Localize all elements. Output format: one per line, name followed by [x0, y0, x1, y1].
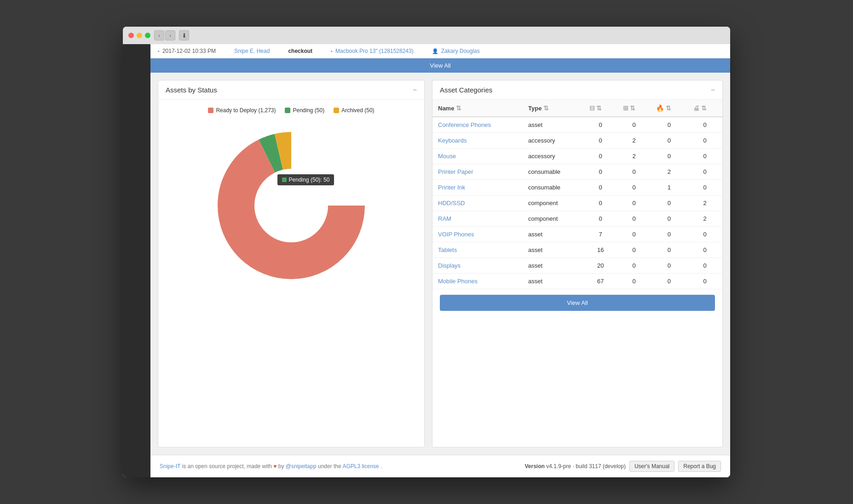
minimize-button[interactable] [137, 33, 142, 38]
tooltip-text: Pending (50): 50 [289, 177, 330, 183]
assignee-link[interactable]: Zakary Douglas [441, 48, 480, 54]
cell-c1: 0 [584, 117, 617, 133]
cell-c4: 0 [687, 274, 722, 289]
table-row: Displays asset 20 0 0 0 [432, 258, 722, 274]
cell-c4: 0 [687, 164, 722, 180]
cell-c2: 0 [617, 195, 651, 211]
download-button[interactable]: ⬇ [179, 30, 189, 40]
cell-c4: 0 [687, 149, 722, 164]
sort-icon-consumables[interactable]: ⇅ [666, 104, 671, 112]
brand-link[interactable]: Snipe-IT [160, 463, 180, 470]
back-button[interactable]: ‹ [154, 30, 164, 40]
cell-name: Printer Paper [432, 164, 523, 180]
legend-dot-archived [334, 108, 339, 113]
chart-area: Ready to Deploy (1,273) Pending (50) Arc… [158, 100, 424, 300]
main-content: ▪ 2017-12-02 10:33 PM Snipe E. Head chec… [150, 44, 730, 477]
sort-icon-accessories[interactable]: ⇅ [630, 104, 635, 112]
cell-name: Displays [432, 258, 523, 274]
version-value: v4.1.9-pre · build 3117 (develop) [546, 463, 626, 470]
assets-panel-title: Assets by Status [166, 86, 217, 94]
report-bug-btn[interactable]: Report a Bug [678, 461, 721, 472]
sort-icon-components[interactable]: ⇅ [701, 104, 707, 112]
cell-c3: 2 [651, 164, 687, 180]
receipt-icon: ▪ [158, 48, 160, 54]
assets-status-panel: Assets by Status − Ready to Deploy (1,27… [158, 80, 425, 447]
cell-c2: 0 [617, 274, 651, 289]
cell-c2: 0 [617, 227, 651, 242]
cell-type: accessory [523, 133, 584, 149]
table-row: Mobile Phones asset 67 0 0 0 [432, 274, 722, 289]
cell-type: asset [523, 274, 584, 289]
forward-button[interactable]: › [165, 30, 175, 40]
cell-c2: 0 [617, 242, 651, 258]
cell-c4: 0 [687, 117, 722, 133]
table-row: Tablets asset 16 0 0 0 [432, 242, 722, 258]
app-window: ‹ › ⬇ ▪ 2017-12-02 10:33 PM Snipe E. Hea… [123, 27, 730, 477]
cell-type: asset [523, 258, 584, 274]
top-bar-timestamp: ▪ 2017-12-02 10:33 PM [158, 48, 216, 54]
asset-link[interactable]: Macbook Pro 13" (1281528243) [335, 48, 414, 54]
cell-c4: 0 [687, 242, 722, 258]
users-manual-btn[interactable]: User's Manual [629, 461, 674, 472]
cell-c2: 2 [617, 133, 651, 149]
assets-panel-minimize[interactable]: − [413, 86, 417, 94]
th-assets: ⊟ ⇅ [584, 100, 617, 117]
th-consumables: 🔥 ⇅ [651, 100, 687, 117]
footer-left: Snipe-IT is an open source project, made… [160, 463, 382, 470]
category-link[interactable]: Keyboards [438, 137, 467, 144]
footer-text3: under the [318, 463, 342, 470]
table-row: RAM component 0 0 0 2 [432, 211, 722, 227]
category-link[interactable]: Mouse [438, 153, 456, 160]
legend-label-archived: Archived (50) [341, 107, 374, 114]
footer-text4: . [380, 463, 382, 470]
sort-icon-assets[interactable]: ⇅ [596, 104, 602, 112]
sort-icon-type[interactable]: ⇅ [543, 104, 549, 112]
category-link[interactable]: Printer Paper [438, 168, 473, 175]
table-row: Keyboards accessory 0 2 0 0 [432, 133, 722, 149]
category-link[interactable]: RAM [438, 215, 451, 222]
cell-c1: 0 [584, 149, 617, 164]
cell-c4: 0 [687, 227, 722, 242]
maximize-button[interactable] [145, 33, 150, 38]
cell-type: consumable [523, 164, 584, 180]
top-bar: ▪ 2017-12-02 10:33 PM Snipe E. Head chec… [150, 44, 730, 58]
categories-view-all-btn[interactable]: View All [440, 295, 715, 311]
categories-panel-title: Asset Categories [440, 86, 492, 94]
cell-type: accessory [523, 149, 584, 164]
cell-name: VOIP Phones [432, 227, 523, 242]
th-accessories: ⊞ ⇅ [617, 100, 651, 117]
cell-name: Mouse [432, 149, 523, 164]
cell-c4: 0 [687, 133, 722, 149]
cell-type: consumable [523, 180, 584, 195]
cell-c4: 2 [687, 195, 722, 211]
cell-c3: 0 [651, 227, 687, 242]
user-icon: 👤 [432, 48, 438, 54]
category-link[interactable]: Mobile Phones [438, 278, 478, 285]
footer-right: Version v4.1.9-pre · build 3117 (develop… [524, 461, 721, 472]
user-link[interactable]: Snipe E. Head [234, 48, 270, 54]
footer-text2: by [278, 463, 286, 470]
license-link[interactable]: AGPL3 license [342, 463, 379, 470]
category-link[interactable]: Tablets [438, 246, 457, 253]
snipeitapp-link[interactable]: @snipeitapp [286, 463, 317, 470]
cell-name: HDD/SSD [432, 195, 523, 211]
chart-legend: Ready to Deploy (1,273) Pending (50) Arc… [166, 107, 417, 114]
categories-panel-minimize[interactable]: − [711, 86, 715, 94]
category-link[interactable]: HDD/SSD [438, 200, 465, 206]
category-link[interactable]: Displays [438, 262, 461, 269]
category-link[interactable]: Conference Phones [438, 121, 491, 128]
footer-text1: is an open source project, made with [182, 463, 273, 470]
category-link[interactable]: Printer Ink [438, 184, 465, 191]
cell-c3: 0 [651, 133, 687, 149]
view-all-bar[interactable]: View All [150, 58, 730, 73]
cell-name: Keyboards [432, 133, 523, 149]
window-content: ▪ 2017-12-02 10:33 PM Snipe E. Head chec… [123, 44, 730, 477]
cell-c1: 0 [584, 211, 617, 227]
tooltip-dot [282, 178, 287, 182]
category-link[interactable]: VOIP Phones [438, 231, 474, 238]
consumables-col-icon: 🔥 [656, 104, 664, 112]
close-button[interactable] [128, 33, 134, 38]
cell-name: RAM [432, 211, 523, 227]
dashboard: Assets by Status − Ready to Deploy (1,27… [150, 73, 730, 455]
sort-icon-name[interactable]: ⇅ [456, 104, 461, 112]
